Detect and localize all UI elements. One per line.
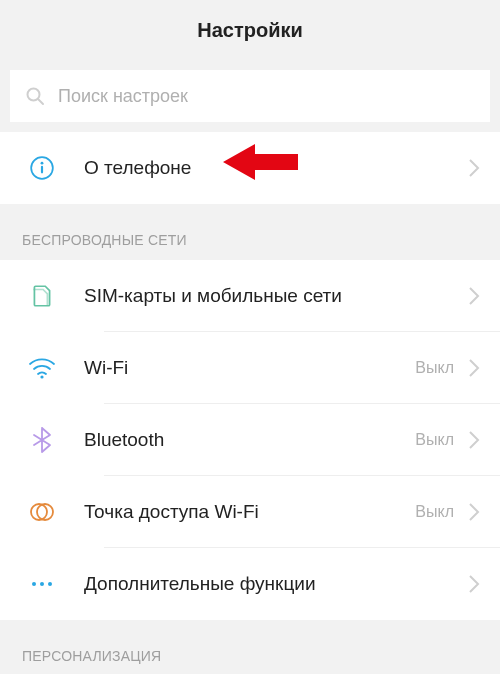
row-label: Точка доступа Wi-Fi	[84, 501, 415, 523]
row-status: Выкл	[415, 431, 454, 449]
svg-point-10	[40, 582, 44, 586]
chevron-right-icon	[464, 502, 490, 522]
search-wrap	[0, 60, 500, 132]
svg-point-11	[48, 582, 52, 586]
wifi-icon	[0, 356, 84, 380]
hotspot-icon	[0, 501, 84, 523]
row-status: Выкл	[415, 359, 454, 377]
chevron-right-icon	[464, 430, 490, 450]
row-bluetooth[interactable]: Bluetooth Выкл	[0, 404, 500, 476]
svg-line-1	[38, 99, 43, 104]
chevron-right-icon	[464, 158, 490, 178]
sim-icon	[0, 283, 84, 309]
section-wireless: SIM-карты и мобильные сети Wi-Fi Выкл	[0, 260, 500, 620]
row-wifi[interactable]: Wi-Fi Выкл	[0, 332, 500, 404]
svg-point-6	[40, 375, 43, 378]
search-input[interactable]	[58, 86, 476, 107]
svg-point-9	[32, 582, 36, 586]
svg-rect-4	[41, 166, 43, 174]
bluetooth-icon	[0, 426, 84, 454]
more-icon	[0, 579, 84, 589]
row-label: О телефоне	[84, 157, 464, 179]
row-sim-cards[interactable]: SIM-карты и мобильные сети	[0, 260, 500, 332]
page-title: Настройки	[197, 19, 303, 42]
row-label: Дополнительные функции	[84, 573, 464, 595]
search-icon	[24, 86, 46, 106]
section-title-wireless: БЕСПРОВОДНЫЕ СЕТИ	[0, 216, 500, 260]
svg-point-3	[41, 162, 44, 165]
row-status: Выкл	[415, 503, 454, 521]
search-bar[interactable]	[10, 70, 490, 122]
row-label: Bluetooth	[84, 429, 415, 451]
row-label: Wi-Fi	[84, 357, 415, 379]
section-about: О телефоне	[0, 132, 500, 204]
row-about-phone[interactable]: О телефоне	[0, 132, 500, 204]
header: Настройки	[0, 0, 500, 60]
chevron-right-icon	[464, 286, 490, 306]
section-title-personalization: ПЕРСОНАЛИЗАЦИЯ	[0, 632, 500, 674]
chevron-right-icon	[464, 358, 490, 378]
chevron-right-icon	[464, 574, 490, 594]
row-label: SIM-карты и мобильные сети	[84, 285, 464, 307]
row-more-functions[interactable]: Дополнительные функции	[0, 548, 500, 620]
row-hotspot[interactable]: Точка доступа Wi-Fi Выкл	[0, 476, 500, 548]
info-icon	[0, 155, 84, 181]
